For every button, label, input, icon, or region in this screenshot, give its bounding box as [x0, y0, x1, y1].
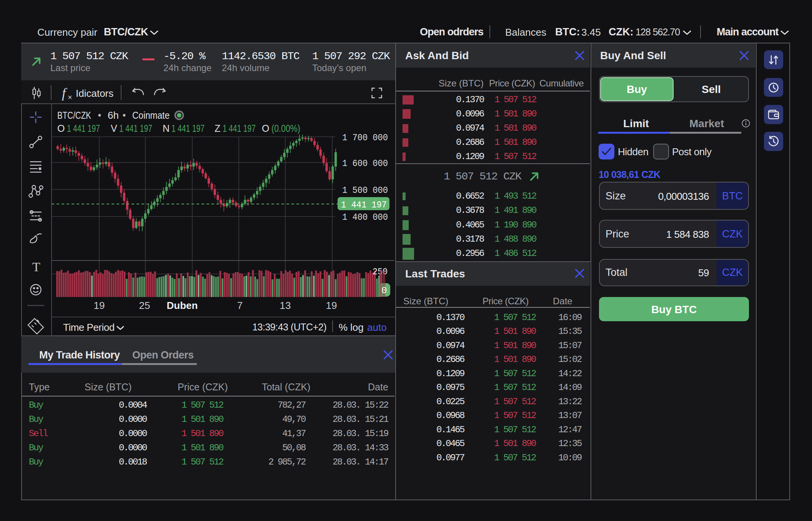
svg-text:O: O — [262, 123, 269, 134]
svg-text:O: O — [57, 123, 65, 134]
svg-text:BTC/CZK: BTC/CZK — [57, 110, 92, 121]
svg-text:Duben: Duben — [167, 300, 198, 311]
svg-text:25: 25 — [139, 300, 150, 311]
svg-text:13: 13 — [280, 300, 291, 311]
svg-text:1 441 197: 1 441 197 — [341, 200, 387, 210]
svg-text:6h: 6h — [108, 110, 119, 121]
svg-text:1 700 000: 1 700 000 — [342, 133, 388, 143]
svg-text:1 500 000: 1 500 000 — [342, 185, 388, 196]
svg-text:N: N — [163, 123, 170, 134]
svg-text:1 441 197: 1 441 197 — [67, 123, 100, 134]
svg-text:0: 0 — [381, 285, 387, 296]
svg-text:19: 19 — [326, 300, 337, 311]
svg-text:V: V — [111, 123, 117, 134]
svg-text:1 600 000: 1 600 000 — [342, 158, 388, 169]
svg-text:1 400 000: 1 400 000 — [342, 212, 388, 222]
svg-text:1 441 197: 1 441 197 — [119, 123, 152, 134]
svg-text:1 441 197: 1 441 197 — [171, 123, 205, 134]
svg-text:1 441 197: 1 441 197 — [223, 123, 256, 134]
svg-text:Coinmate: Coinmate — [132, 110, 170, 121]
svg-text:7: 7 — [237, 300, 243, 311]
svg-text:Z: Z — [215, 123, 220, 134]
svg-text:T: T — [32, 260, 40, 274]
svg-text:19: 19 — [94, 300, 105, 311]
svg-text:(0.00%): (0.00%) — [271, 123, 300, 134]
